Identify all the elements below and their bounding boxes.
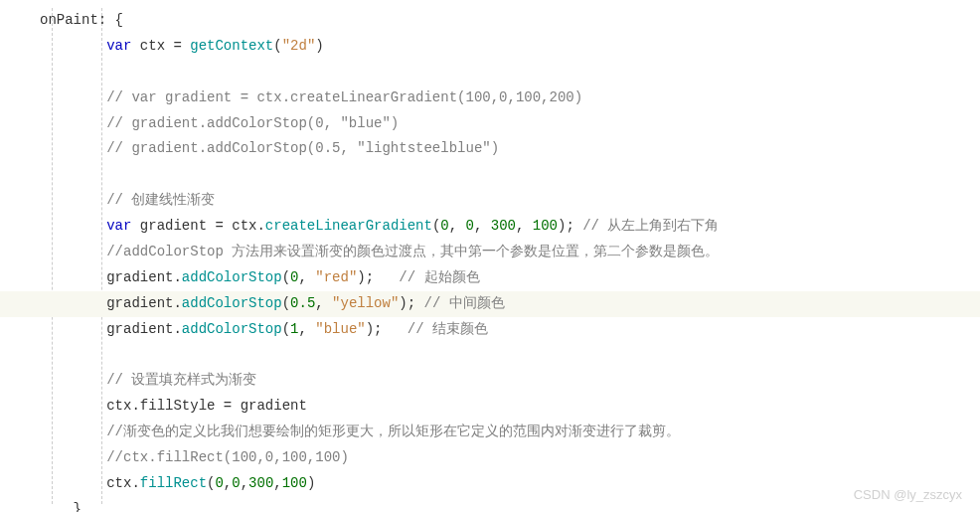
token: ctx = bbox=[131, 38, 190, 54]
token: gradient. bbox=[106, 269, 182, 285]
token: , bbox=[273, 475, 281, 491]
token: ); bbox=[357, 269, 399, 285]
token: gradient. bbox=[106, 295, 182, 311]
comment: // 从左上角到右下角 bbox=[582, 218, 719, 234]
code-line: } bbox=[40, 497, 980, 512]
code-line: //渐变色的定义比我们想要绘制的矩形更大，所以矩形在它定义的范围内对渐变进行了裁… bbox=[40, 420, 980, 445]
function: getContext bbox=[190, 38, 273, 54]
number: 0 bbox=[466, 218, 474, 234]
token: ( bbox=[282, 295, 290, 311]
number: 300 bbox=[491, 218, 516, 234]
string: "yellow" bbox=[332, 295, 399, 311]
code-line: onPaint: { bbox=[40, 8, 980, 34]
token: ) bbox=[315, 38, 323, 54]
comment: //渐变色的定义比我们想要绘制的矩形更大，所以矩形在它定义的范围内对渐变进行了裁… bbox=[106, 424, 680, 439]
comment: // 中间颜色 bbox=[424, 295, 505, 311]
code-line: // var gradient = ctx.createLinearGradie… bbox=[40, 85, 980, 111]
code-line: gradient.addColorStop(0, "red"); // 起始颜色 bbox=[40, 265, 980, 291]
string: "blue" bbox=[315, 321, 365, 337]
comment: // gradient.addColorStop(0.5, "lightstee… bbox=[106, 140, 499, 156]
code-block: onPaint: { var ctx = getContext("2d") //… bbox=[0, 0, 980, 512]
function: addColorStop bbox=[182, 295, 282, 311]
code-line: // gradient.addColorStop(0, "blue") bbox=[40, 111, 980, 137]
keyword: var bbox=[106, 218, 131, 234]
watermark: CSDN @ly_zszcyx bbox=[854, 487, 962, 502]
token: ctx.fillStyle = gradient bbox=[106, 398, 307, 414]
code-line: var ctx = getContext("2d") bbox=[40, 34, 980, 60]
code-line: // gradient.addColorStop(0.5, "lightstee… bbox=[40, 136, 980, 162]
token: ); bbox=[366, 321, 408, 337]
code-line: //addColorStop 方法用来设置渐变的颜色过渡点，其中第一个参数是位置… bbox=[40, 240, 980, 265]
string: "2d" bbox=[282, 38, 316, 54]
token: ( bbox=[282, 269, 290, 285]
token: , bbox=[298, 321, 315, 337]
token: gradient. bbox=[106, 321, 182, 337]
comment: // 起始颜色 bbox=[399, 269, 479, 285]
token: gradient = ctx. bbox=[131, 218, 264, 234]
code-line bbox=[40, 60, 980, 85]
number: 0 bbox=[232, 475, 240, 491]
token: onPaint: bbox=[40, 12, 106, 28]
string: "red" bbox=[315, 269, 357, 285]
function: addColorStop bbox=[182, 321, 282, 337]
function: addColorStop bbox=[182, 269, 282, 285]
token: , bbox=[224, 475, 232, 491]
comment: //ctx.fillRect(100,0,100,100) bbox=[106, 449, 349, 465]
number: 0.5 bbox=[290, 295, 315, 311]
token: ( bbox=[282, 321, 290, 337]
code-line: // 设置填充样式为渐变 bbox=[40, 368, 980, 394]
token: ctx. bbox=[106, 475, 140, 491]
comment: // 创建线性渐变 bbox=[106, 192, 215, 208]
comment: // gradient.addColorStop(0, "blue") bbox=[106, 115, 399, 131]
token: , bbox=[298, 269, 315, 285]
code-line bbox=[40, 162, 980, 188]
token: , bbox=[474, 218, 491, 234]
code-line: ctx.fillRect(0,0,300,100) bbox=[40, 471, 980, 497]
code-line: gradient.addColorStop(1, "blue"); // 结束颜… bbox=[40, 317, 980, 343]
number: 100 bbox=[533, 218, 558, 234]
code-line: ctx.fillStyle = gradient bbox=[40, 394, 980, 420]
token: ( bbox=[273, 38, 281, 54]
comment: //addColorStop 方法用来设置渐变的颜色过渡点，其中第一个参数是位置… bbox=[106, 244, 719, 259]
token: { bbox=[106, 12, 123, 28]
code-line: //ctx.fillRect(100,0,100,100) bbox=[40, 445, 980, 471]
token: ) bbox=[307, 475, 315, 491]
number: 0 bbox=[440, 218, 448, 234]
keyword: var bbox=[106, 38, 131, 54]
token: , bbox=[241, 475, 248, 491]
number: 300 bbox=[248, 475, 273, 491]
number: 100 bbox=[282, 475, 307, 491]
comment: // 设置填充样式为渐变 bbox=[106, 372, 256, 388]
function: fillRect bbox=[140, 475, 207, 491]
code-line bbox=[40, 343, 980, 369]
function: createLinearGradient bbox=[265, 218, 432, 234]
comment: // var gradient = ctx.createLinearGradie… bbox=[106, 89, 582, 105]
token: , bbox=[516, 218, 533, 234]
token: , bbox=[315, 295, 332, 311]
token: ); bbox=[558, 218, 582, 234]
token: ); bbox=[399, 295, 423, 311]
code-line-highlighted: gradient.addColorStop(0.5, "yellow"); //… bbox=[0, 291, 980, 317]
code-line: var gradient = ctx.createLinearGradient(… bbox=[40, 214, 980, 240]
code-line: // 创建线性渐变 bbox=[40, 188, 980, 214]
token: , bbox=[449, 218, 466, 234]
comment: // 结束颜色 bbox=[408, 321, 488, 337]
token: } bbox=[74, 501, 82, 512]
number: 0 bbox=[215, 475, 223, 491]
